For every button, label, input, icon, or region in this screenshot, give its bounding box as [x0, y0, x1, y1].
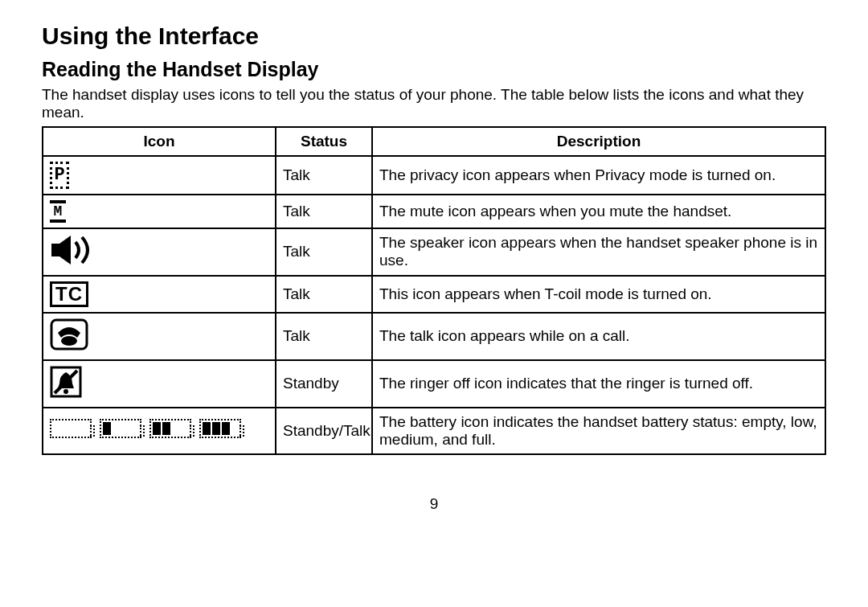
header-description: Description [372, 127, 825, 156]
speaker-icon [50, 234, 95, 270]
intro-text: The handset display uses icons to tell y… [42, 86, 826, 121]
status-cell: Talk [276, 276, 372, 313]
mute-letter: M [54, 206, 63, 217]
icon-cell [43, 228, 276, 276]
icon-cell [43, 408, 276, 454]
status-cell: Talk [276, 195, 372, 228]
section-subtitle: Reading the Handset Display [42, 58, 826, 81]
tcoil-icon: TC [50, 281, 88, 307]
manual-page: Using the Interface Reading the Handset … [0, 0, 868, 513]
table-row: TC Talk This icon appears when T-coil mo… [43, 276, 825, 313]
battery-low-icon [100, 419, 141, 438]
table-row: Standby/Talk The battery icon indicates … [43, 408, 825, 454]
svg-marker-1 [59, 236, 71, 265]
description-cell: The ringer off icon indicates that the r… [372, 360, 825, 408]
description-cell: The talk icon appears while on a call. [372, 313, 825, 360]
table-row: P Talk The privacy icon appears when Pri… [43, 156, 825, 195]
svg-rect-0 [51, 244, 59, 256]
table-header-row: Icon Status Description [43, 127, 825, 156]
description-cell: The battery icon indicates the handset b… [372, 408, 825, 454]
battery-full-icon [199, 419, 241, 438]
mute-bottom-dash [50, 219, 66, 223]
header-status: Status [276, 127, 372, 156]
description-cell: The privacy icon appears when Privacy mo… [372, 156, 825, 195]
talk-icon [50, 318, 88, 355]
description-cell: The mute icon appears when you mute the … [372, 195, 825, 228]
icon-cell [43, 313, 276, 360]
ringer-off-icon [50, 366, 82, 402]
svg-point-5 [63, 389, 68, 394]
table-row: Standby The ringer off icon indicates th… [43, 360, 825, 408]
status-cell: Talk [276, 228, 372, 276]
battery-medium-icon [149, 419, 191, 438]
page-title: Using the Interface [42, 23, 826, 50]
table-row: Talk The talk icon appears while on a ca… [43, 313, 825, 360]
status-cell: Talk [276, 313, 372, 360]
icon-status-table: Icon Status Description P Talk The priva… [42, 126, 826, 455]
status-cell: Standby/Talk [276, 408, 372, 454]
svg-point-3 [61, 336, 77, 346]
icon-cell [43, 360, 276, 408]
mute-icon: M [50, 200, 66, 223]
privacy-icon: P [50, 162, 69, 189]
icon-cell: P [43, 156, 276, 195]
table-row: M Talk The mute icon appears when you mu… [43, 195, 825, 228]
battery-icon [50, 419, 241, 438]
status-cell: Talk [276, 156, 372, 195]
description-cell: This icon appears when T-coil mode is tu… [372, 276, 825, 313]
description-cell: The speaker icon appears when the handse… [372, 228, 825, 276]
icon-cell: M [43, 195, 276, 228]
icon-cell: TC [43, 276, 276, 313]
status-cell: Standby [276, 360, 372, 408]
page-number: 9 [42, 495, 826, 513]
header-icon: Icon [43, 127, 276, 156]
table-row: Talk The speaker icon appears when the h… [43, 228, 825, 276]
battery-empty-icon [50, 419, 92, 438]
